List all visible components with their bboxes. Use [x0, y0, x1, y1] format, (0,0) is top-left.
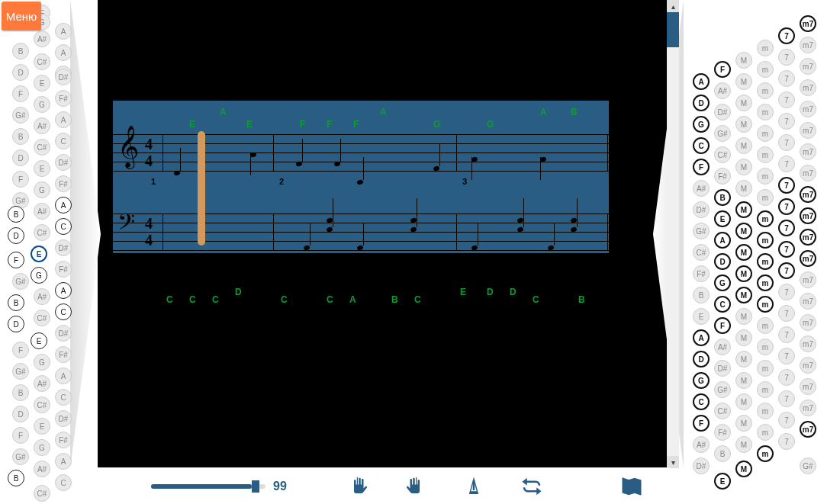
right-key-m[interactable]: m: [757, 82, 774, 99]
right-key-A#[interactable]: A#: [714, 339, 731, 355]
right-key-A#[interactable]: A#: [693, 436, 710, 453]
score-sheet[interactable]: 𝄞 4 4 𝄢 4: [113, 101, 609, 253]
right-key-E[interactable]: E: [714, 210, 731, 227]
right-key-E[interactable]: E: [693, 308, 710, 325]
right-key-7[interactable]: 7: [778, 412, 795, 429]
right-key-m7[interactable]: m7: [800, 101, 816, 117]
left-key-C#[interactable]: C#: [34, 396, 50, 413]
left-key-D[interactable]: D: [12, 149, 29, 166]
left-key-A[interactable]: A: [55, 368, 72, 384]
left-key-E[interactable]: E: [34, 418, 50, 435]
left-key-A#[interactable]: A#: [34, 461, 50, 477]
left-key-G[interactable]: G: [34, 181, 50, 198]
left-key-G[interactable]: G: [34, 96, 50, 113]
right-key-M[interactable]: M: [735, 116, 752, 133]
tempo-slider[interactable]: [151, 484, 265, 489]
left-key-A#[interactable]: A#: [34, 288, 50, 305]
left-key-C[interactable]: C: [55, 303, 72, 320]
right-key-7[interactable]: 7: [778, 433, 795, 450]
right-key-M[interactable]: M: [735, 436, 752, 453]
right-key-A[interactable]: A: [693, 329, 710, 346]
right-key-7[interactable]: 7: [778, 198, 795, 215]
right-key-m7[interactable]: m7: [800, 335, 816, 352]
left-hand-button[interactable]: [343, 471, 373, 502]
right-key-M[interactable]: M: [735, 201, 752, 218]
right-key-m7[interactable]: m7: [800, 58, 816, 75]
left-key-C#[interactable]: C#: [34, 53, 50, 70]
left-key-E[interactable]: E: [31, 246, 47, 262]
right-key-m[interactable]: m: [757, 381, 774, 398]
right-key-M[interactable]: M: [735, 95, 752, 111]
left-key-B[interactable]: B: [12, 128, 29, 145]
right-hand-button[interactable]: [401, 471, 431, 502]
right-key-A#[interactable]: A#: [714, 82, 731, 99]
right-key-F#[interactable]: F#: [714, 424, 731, 441]
right-key-C[interactable]: C: [693, 137, 710, 154]
right-key-M[interactable]: M: [735, 244, 752, 261]
menu-button[interactable]: Меню: [2, 2, 41, 30]
right-key-m7[interactable]: m7: [800, 165, 816, 181]
left-key-D[interactable]: D: [8, 316, 24, 332]
right-key-m7[interactable]: m7: [800, 229, 816, 246]
right-key-A[interactable]: A: [693, 73, 710, 90]
right-key-7[interactable]: 7: [778, 49, 795, 66]
right-key-G#[interactable]: G#: [714, 125, 731, 142]
right-key-7[interactable]: 7: [778, 134, 795, 151]
left-key-G#[interactable]: G#: [12, 448, 29, 465]
score-scrollbar[interactable]: ▴ ▾: [667, 0, 679, 468]
right-key-m[interactable]: m: [757, 445, 774, 462]
right-key-m7[interactable]: m7: [800, 15, 816, 32]
right-key-M[interactable]: M: [735, 223, 752, 239]
left-key-C[interactable]: C: [55, 218, 72, 235]
right-key-M[interactable]: M: [735, 287, 752, 303]
left-key-D[interactable]: D: [12, 64, 29, 81]
left-key-A[interactable]: A: [55, 197, 72, 213]
right-key-m[interactable]: m: [757, 104, 774, 120]
right-key-m7[interactable]: m7: [800, 250, 816, 267]
left-key-C#[interactable]: C#: [34, 224, 50, 241]
tempo-slider-handle[interactable]: [252, 480, 259, 493]
left-key-D#[interactable]: D#: [55, 410, 72, 427]
right-key-D[interactable]: D: [693, 95, 710, 111]
view-button[interactable]: [616, 471, 647, 502]
right-key-B[interactable]: B: [714, 445, 731, 462]
left-key-F#[interactable]: F#: [55, 261, 72, 278]
left-key-D[interactable]: D: [8, 227, 24, 244]
right-key-A#[interactable]: A#: [693, 180, 710, 197]
left-key-G#[interactable]: G#: [12, 273, 29, 290]
right-key-7[interactable]: 7: [778, 156, 795, 172]
right-key-M[interactable]: M: [735, 159, 752, 175]
loop-button[interactable]: [516, 471, 547, 502]
left-key-E[interactable]: E: [34, 160, 50, 177]
right-key-C#[interactable]: C#: [693, 244, 710, 261]
left-key-E[interactable]: E: [31, 332, 47, 349]
right-key-D[interactable]: D: [693, 351, 710, 368]
left-key-G[interactable]: G: [34, 354, 50, 371]
right-key-m[interactable]: m: [757, 339, 774, 355]
left-key-G#[interactable]: G#: [12, 363, 29, 380]
metronome-button[interactable]: [459, 471, 489, 502]
right-key-C#[interactable]: C#: [714, 146, 731, 163]
right-key-E[interactable]: E: [714, 473, 731, 490]
right-key-7[interactable]: 7: [778, 91, 795, 108]
left-key-A#[interactable]: A#: [34, 30, 50, 47]
right-key-m[interactable]: m: [757, 232, 774, 249]
right-key-m[interactable]: m: [757, 360, 774, 377]
right-key-M[interactable]: M: [735, 73, 752, 90]
playhead[interactable]: [198, 131, 205, 246]
right-key-m7[interactable]: m7: [800, 400, 816, 416]
right-key-D#[interactable]: D#: [714, 360, 731, 377]
right-key-m7[interactable]: m7: [800, 207, 816, 224]
right-key-M[interactable]: M: [735, 372, 752, 389]
right-key-M[interactable]: M: [735, 351, 752, 368]
right-key-G[interactable]: G: [693, 372, 710, 389]
left-key-A[interactable]: A: [55, 453, 72, 470]
right-key-M[interactable]: M: [735, 461, 752, 477]
right-key-7[interactable]: 7: [778, 220, 795, 236]
scroll-up-icon[interactable]: ▴: [667, 0, 679, 12]
left-key-A[interactable]: A: [55, 44, 72, 61]
right-key-7[interactable]: 7: [778, 241, 795, 258]
right-key-A[interactable]: A: [714, 232, 731, 249]
right-key-F[interactable]: F: [693, 415, 710, 432]
right-key-D#[interactable]: D#: [693, 457, 710, 474]
